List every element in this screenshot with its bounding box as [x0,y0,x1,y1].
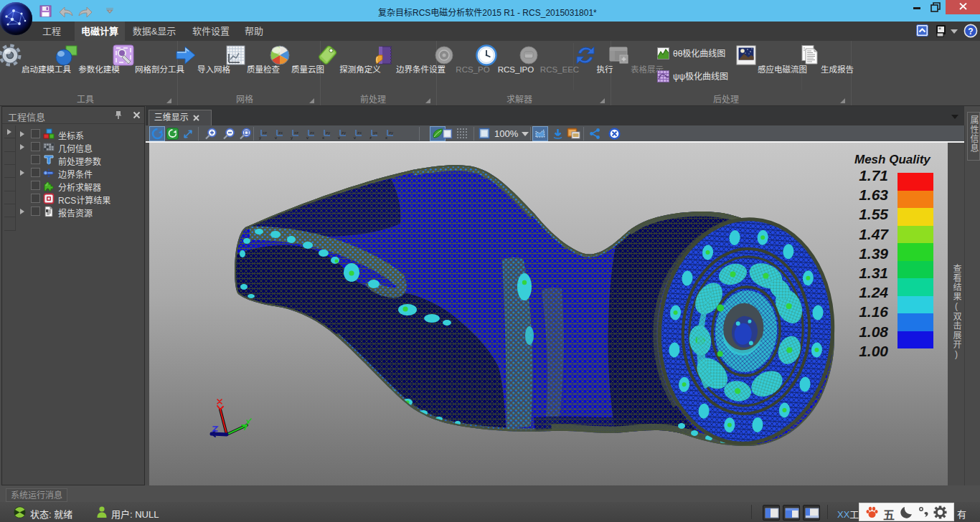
svg-text:zx: zx [278,130,283,135]
svg-text:xz: xz [294,130,298,135]
svg-text:zy: zy [326,130,330,135]
svg-text:zy: zy [341,130,346,135]
svg-text:?: ? [968,27,973,37]
svg-text:z: z [369,136,372,140]
svg-text:y: y [259,136,261,140]
svg-text:xz: xz [263,130,267,135]
svg-text:yx: yx [373,130,377,135]
svg-text:zx: zx [357,130,362,135]
svg-text:v: v [354,136,356,140]
svg-text:y: y [291,136,293,140]
svg-text:v: v [338,136,340,140]
svg-text:x: x [322,136,324,140]
svg-text:zy: zy [389,130,393,135]
svg-text:zx: zx [310,130,314,135]
svg-text:x: x [385,136,387,140]
svg-text:v: v [306,136,308,140]
svg-text:v: v [275,136,277,140]
